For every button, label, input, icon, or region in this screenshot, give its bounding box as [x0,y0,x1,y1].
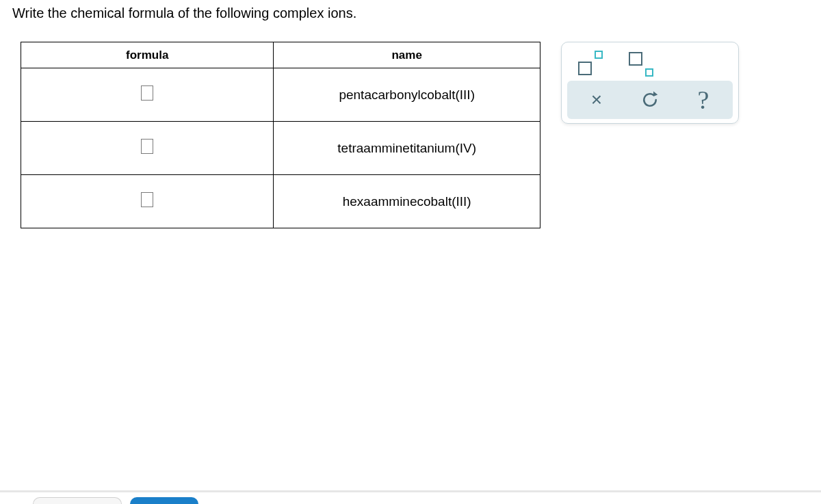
clear-button[interactable]: × [576,85,617,115]
name-cell: tetraamminetitanium(IV) [274,122,540,175]
superscript-tool[interactable] [578,52,601,75]
undo-icon [640,90,660,110]
control-panel: × ? [561,42,739,124]
help-icon: ? [698,87,709,113]
table-row: pentacarbonylcobalt(III) [21,68,540,122]
close-icon: × [591,90,602,109]
question-prompt: Write the chemical formula of the follow… [0,0,821,21]
subscript-tool[interactable] [629,52,652,75]
table-row: tetraamminetitanium(IV) [21,122,540,175]
name-cell: pentacarbonylcobalt(III) [274,68,540,122]
table-row: hexaamminecobalt(III) [21,175,540,228]
formula-input[interactable] [141,85,153,101]
name-cell: hexaamminecobalt(III) [274,175,540,228]
answer-table: formula name pentacarbonylcobalt(III) te… [21,42,540,228]
bottom-tab-active[interactable] [130,497,198,504]
header-name: name [274,42,540,68]
formula-input[interactable] [141,192,153,207]
header-formula: formula [21,42,274,68]
bottom-tab-inactive[interactable] [33,497,122,504]
formula-input[interactable] [141,139,153,154]
bottom-bar [0,490,821,504]
help-button[interactable]: ? [683,85,724,115]
reset-button[interactable] [629,85,670,115]
